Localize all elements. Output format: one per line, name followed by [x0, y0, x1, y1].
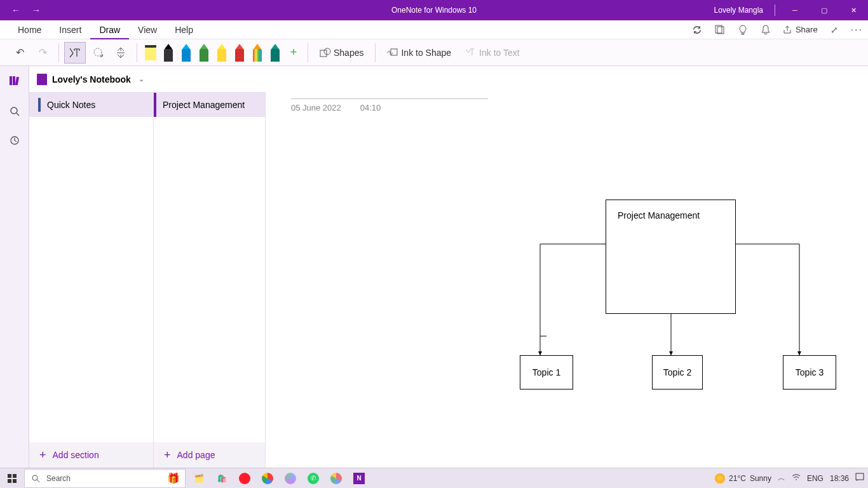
diagram-main-label: Project Management	[618, 210, 700, 220]
menu-draw[interactable]: Draw	[90, 20, 129, 39]
pen-red[interactable]	[231, 41, 248, 64]
taskbar-search[interactable]: Search 🎁	[24, 469, 186, 488]
shapes-icon	[320, 48, 331, 58]
onenote-taskbar-icon[interactable]: N	[349, 469, 369, 488]
page-title-line[interactable]	[291, 94, 488, 99]
back-arrow-icon[interactable]: ←	[11, 5, 20, 15]
type-tool-button[interactable]	[64, 42, 86, 64]
user-name[interactable]: Lovely Mangla	[714, 6, 775, 15]
menu-view[interactable]: View	[129, 20, 166, 39]
pen-black[interactable]	[160, 41, 177, 64]
pen-green[interactable]	[196, 41, 212, 64]
svg-rect-17	[856, 473, 864, 480]
system-tray: 21°C Sunny ︿ ENG 18:36	[715, 473, 864, 484]
more-icon[interactable]: ···	[851, 24, 863, 36]
opera-icon[interactable]	[235, 469, 254, 488]
plus-icon: +	[39, 449, 46, 462]
ink-to-shape-tool[interactable]: Ink to Shape	[381, 48, 458, 58]
chrome-beta-icon[interactable]	[327, 469, 346, 488]
svg-rect-1	[717, 27, 724, 34]
page-time: 04:10	[360, 103, 381, 112]
menu-home[interactable]: Home	[9, 20, 50, 39]
notebooks-icon[interactable]	[9, 75, 20, 90]
weather-cond: Sunny	[750, 474, 771, 483]
microsoft-store-icon[interactable]: 🛍️	[212, 469, 231, 488]
whatsapp-icon[interactable]: ✆	[304, 469, 323, 488]
diagram: Project Management Topic 1 Topic 2 Topic…	[393, 161, 850, 428]
weather-widget[interactable]: 21°C Sunny	[715, 473, 771, 484]
search-placeholder: Search	[46, 474, 71, 483]
close-button[interactable]: ✕	[839, 0, 868, 20]
tray-time[interactable]: 18:36	[830, 474, 849, 483]
tray-chevron-icon[interactable]: ︿	[778, 473, 785, 484]
pen-blue[interactable]	[178, 41, 194, 64]
wifi-icon[interactable]	[792, 473, 801, 483]
pen-yellow[interactable]	[214, 41, 230, 64]
ink-to-text-label: Ink to Text	[479, 48, 520, 58]
lasso-tool-button[interactable]: +	[87, 42, 109, 64]
diagram-topic-box-1[interactable]: Topic 1	[520, 355, 573, 390]
pen-teal[interactable]	[267, 41, 283, 64]
weather-temp: 21°C	[729, 474, 746, 483]
add-bar: +Add section +Add page	[29, 442, 266, 468]
lightbulb-icon[interactable]	[738, 25, 748, 35]
svg-rect-14	[8, 479, 11, 483]
chrome-icon[interactable]	[258, 469, 277, 488]
section-label: Quick Notes	[47, 100, 95, 110]
page-item[interactable]: Project Management	[154, 93, 265, 117]
highlighter-yellow[interactable]	[142, 41, 159, 64]
minimize-button[interactable]: ─	[780, 0, 810, 20]
ink-to-text-icon	[465, 48, 477, 58]
start-button[interactable]	[0, 474, 24, 483]
diagram-topic-box-2[interactable]: Topic 2	[652, 355, 703, 390]
page-label: Project Management	[163, 100, 245, 110]
ribbon-sep3	[308, 43, 308, 62]
diagram-topic-label: Topic 2	[663, 367, 691, 377]
notebook-name[interactable]: Lovely's Notebook	[52, 74, 131, 85]
search-icon	[31, 474, 40, 483]
draw-ribbon: ↶ ↷ + + Shapes Ink to Shape Ink to Text	[0, 39, 868, 66]
svg-rect-15	[13, 479, 17, 483]
undo-button[interactable]: ↶	[9, 42, 31, 64]
page-canvas[interactable]: 05 June 2022 04:10 Project Management	[266, 66, 868, 468]
titlebar-divider	[775, 4, 775, 16]
share-label: Share	[796, 25, 818, 34]
insert-space-button[interactable]	[110, 42, 132, 64]
svg-point-16	[32, 475, 37, 480]
diagram-topic-label: Topic 3	[796, 367, 824, 377]
maximize-button[interactable]: ▢	[810, 0, 839, 20]
chrome-canary-icon[interactable]	[281, 469, 300, 488]
notebook-icon	[37, 74, 47, 85]
recent-rail-icon[interactable]	[10, 135, 20, 148]
taskbar-pinned-apps: 🗂️ 🛍️ ✆ N	[189, 469, 369, 488]
sync-icon[interactable]	[692, 25, 702, 35]
diagram-main-box[interactable]: Project Management	[606, 200, 736, 314]
chevron-down-icon[interactable]: ⌄	[139, 75, 144, 83]
fullscreen-icon[interactable]: ⤢	[831, 25, 838, 35]
add-page-button[interactable]: +Add page	[154, 442, 266, 468]
page-window-icon[interactable]	[715, 25, 725, 35]
svg-point-10	[11, 107, 17, 114]
file-explorer-icon[interactable]: 🗂️	[189, 469, 208, 488]
menu-insert[interactable]: Insert	[50, 20, 90, 39]
section-color-tab	[38, 98, 41, 112]
menu-help[interactable]: Help	[166, 20, 202, 39]
plus-icon: +	[164, 449, 171, 462]
svg-text:+: +	[100, 53, 104, 58]
notification-bell-icon[interactable]	[761, 25, 771, 35]
pen-rainbow[interactable]	[249, 41, 266, 64]
diagram-topic-box-3[interactable]: Topic 3	[783, 355, 836, 390]
share-button[interactable]: Share	[783, 25, 818, 34]
section-item[interactable]: Quick Notes	[29, 93, 153, 117]
ribbon-sep	[58, 43, 59, 62]
search-rail-icon[interactable]	[10, 106, 20, 119]
add-pen-button[interactable]: +	[285, 44, 302, 62]
notifications-icon[interactable]	[855, 473, 864, 484]
add-section-button[interactable]: +Add section	[29, 442, 154, 468]
ink-to-shape-icon	[387, 48, 398, 58]
sections-list: Quick Notes	[29, 93, 154, 442]
forward-arrow-icon[interactable]: →	[32, 5, 41, 15]
tray-language[interactable]: ENG	[807, 474, 824, 483]
ink-to-shape-label: Ink to Shape	[401, 48, 451, 58]
shapes-tool[interactable]: Shapes	[313, 48, 370, 58]
